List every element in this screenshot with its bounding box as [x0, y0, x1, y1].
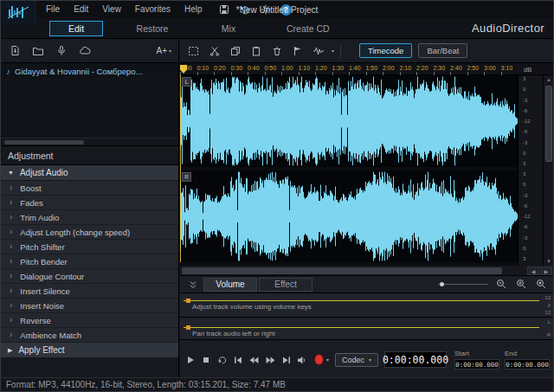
- ruler-tick: 0:40: [248, 63, 265, 75]
- library-item[interactable]: ♪ Gidayyat & Hovannii - Сомбреро...: [1, 63, 178, 79]
- adjustment-item-insert-noise[interactable]: ›Insert Noise: [1, 299, 178, 313]
- adjustment-item-label: Adjust Length (change speed): [20, 228, 130, 237]
- zoom-out-icon[interactable]: [495, 279, 508, 291]
- barbeat-button[interactable]: Bar/Beat: [418, 43, 467, 58]
- record-button[interactable]: [314, 354, 324, 365]
- ruler-tick: 1:20: [315, 63, 332, 75]
- adjustment-item-ambience-match[interactable]: ›Ambience Match: [1, 328, 178, 343]
- adjustment-item-boost[interactable]: ›Boost: [1, 181, 178, 196]
- zoom-in-icon[interactable]: [515, 279, 528, 291]
- volume-keyframe-dot[interactable]: [186, 299, 190, 303]
- scroll-right-icon[interactable]: ▶: [540, 267, 552, 275]
- timecode-button[interactable]: Timecode: [359, 43, 412, 58]
- adjustment-item-pitch-shifter[interactable]: ›Pitch Shifter: [1, 240, 178, 254]
- paste-icon[interactable]: [248, 44, 263, 58]
- menu-item-favorites[interactable]: Favorites: [128, 1, 177, 18]
- volume-envelope-line[interactable]: [184, 300, 539, 301]
- adjustment-item-trim-audio[interactable]: ›Trim Audio: [1, 210, 178, 225]
- delete-icon[interactable]: [269, 44, 284, 58]
- caret-down-icon[interactable]: ▾: [332, 48, 334, 54]
- horizontal-scrollbar[interactable]: ◀ ▶: [180, 266, 553, 276]
- tab-volume[interactable]: Volume: [203, 278, 257, 292]
- tab-create-cd[interactable]: Create CD: [278, 21, 338, 36]
- pan-scale-label: R: [547, 332, 551, 337]
- menu-item-edit[interactable]: Edit: [67, 1, 95, 18]
- go-to-end-button[interactable]: [280, 352, 293, 367]
- stop-button[interactable]: [200, 352, 214, 367]
- tab-edit[interactable]: Edit: [49, 21, 103, 36]
- record-audio-icon[interactable]: [55, 45, 68, 57]
- waveform-track-right[interactable]: R: [180, 170, 518, 262]
- scroll-up-icon[interactable]: ▲: [544, 75, 554, 84]
- import-folder-icon[interactable]: [31, 45, 45, 57]
- import-media-icon[interactable]: [8, 45, 22, 57]
- pan-envelope-line[interactable]: [184, 327, 539, 328]
- go-to-start-button[interactable]: [232, 352, 246, 367]
- adjustment-item-fades[interactable]: ›Fades: [1, 196, 178, 210]
- collapse-panel-icon[interactable]: [185, 278, 200, 292]
- adjustment-item-insert-silence[interactable]: ›Insert Silence: [1, 284, 178, 299]
- chevron-right-icon: ›: [10, 316, 12, 325]
- range-select-icon[interactable]: [186, 44, 201, 58]
- zoom-slider[interactable]: [438, 280, 488, 288]
- copy-icon[interactable]: [228, 44, 242, 58]
- timeline-ruler[interactable]: 0:000:100:200:300:400:501:001:101:201:30…: [180, 63, 553, 75]
- adjustment-item-pitch-bender[interactable]: ›Pitch Bender: [1, 254, 178, 269]
- zoom-selection-icon[interactable]: [535, 279, 548, 291]
- channel-badge-right[interactable]: R: [182, 172, 191, 182]
- edit-toolbar: ▾ Timecode Bar/Beat: [180, 39, 553, 63]
- pan-keyframe-dot[interactable]: [186, 325, 190, 330]
- cut-icon[interactable]: [207, 44, 222, 58]
- library-scrollbar-thumb[interactable]: [4, 140, 84, 145]
- ruler-tick: 2:40: [450, 63, 467, 75]
- section-apply-effect[interactable]: ▶ Apply Effect: [1, 343, 178, 358]
- menu-item-view[interactable]: View: [95, 1, 128, 18]
- scroll-down-icon[interactable]: ▼: [544, 257, 554, 266]
- tab-mix[interactable]: Mix: [202, 21, 255, 36]
- waveform-track-left[interactable]: L: [180, 75, 518, 167]
- music-note-icon: ♪: [6, 67, 10, 76]
- mode-tabbar: EditRestoreMixCreate CD AudioDirector: [1, 18, 553, 39]
- step-backward-button[interactable]: [248, 352, 261, 367]
- waveform-tool-icon[interactable]: [311, 44, 325, 58]
- record-options-caret-icon[interactable]: ▾: [326, 357, 329, 363]
- step-forward-button[interactable]: [264, 352, 278, 367]
- adjustment-item-adjust-length-change-speed-[interactable]: ›Adjust Length (change speed): [1, 225, 178, 240]
- tab-restore[interactable]: Restore: [126, 21, 179, 36]
- play-button[interactable]: [184, 352, 197, 367]
- channel-badge-left[interactable]: L: [182, 77, 191, 87]
- volume-scale-label: 12: [544, 295, 551, 300]
- pan-scale: LR: [547, 319, 551, 337]
- scroll-left-icon[interactable]: ◀: [527, 267, 539, 275]
- toolbar-separator: [340, 44, 341, 58]
- menu-item-help[interactable]: Help: [177, 1, 209, 18]
- marker-icon[interactable]: [290, 44, 305, 58]
- horizontal-scrollbar-thumb[interactable]: [182, 267, 502, 274]
- triangle-right-icon: ▶: [8, 347, 12, 354]
- codec-button[interactable]: Codec ▾: [335, 353, 378, 367]
- zoom-controls: [438, 279, 548, 291]
- ruler-tick: 0:30: [231, 63, 248, 75]
- adjustment-item-label: Ambience Match: [20, 331, 81, 340]
- zoom-slider-knob[interactable]: [440, 282, 444, 286]
- ruler-tick: 0:10: [197, 63, 215, 75]
- sort-library-button[interactable]: A+ ▾: [156, 46, 171, 55]
- loop-button[interactable]: [216, 352, 229, 367]
- end-label: End: [505, 350, 550, 357]
- speaker-button[interactable]: [296, 352, 310, 367]
- ruler-tick: 1:30: [332, 63, 350, 75]
- library-scrollbar[interactable]: [1, 138, 178, 145]
- section-label: Adjust Audio: [20, 168, 68, 177]
- save-icon[interactable]: [218, 3, 230, 16]
- vertical-scrollbar[interactable]: ▲ ▼: [543, 75, 553, 266]
- cloud-download-icon[interactable]: [78, 45, 92, 57]
- tab-effect[interactable]: Effect: [259, 278, 312, 292]
- menu-item-file[interactable]: File: [39, 1, 67, 18]
- waveform-canvas-right[interactable]: [180, 170, 518, 262]
- adjustment-item-dialogue-contour[interactable]: ›Dialogue Contour: [1, 269, 178, 284]
- vertical-scrollbar-thumb[interactable]: [545, 86, 552, 162]
- chevron-right-icon: ›: [10, 272, 12, 280]
- waveform-canvas-left[interactable]: [180, 75, 518, 167]
- adjustment-item-reverse[interactable]: ›Reverse: [1, 313, 178, 328]
- section-adjust-audio[interactable]: ▼ Adjust Audio: [1, 165, 178, 181]
